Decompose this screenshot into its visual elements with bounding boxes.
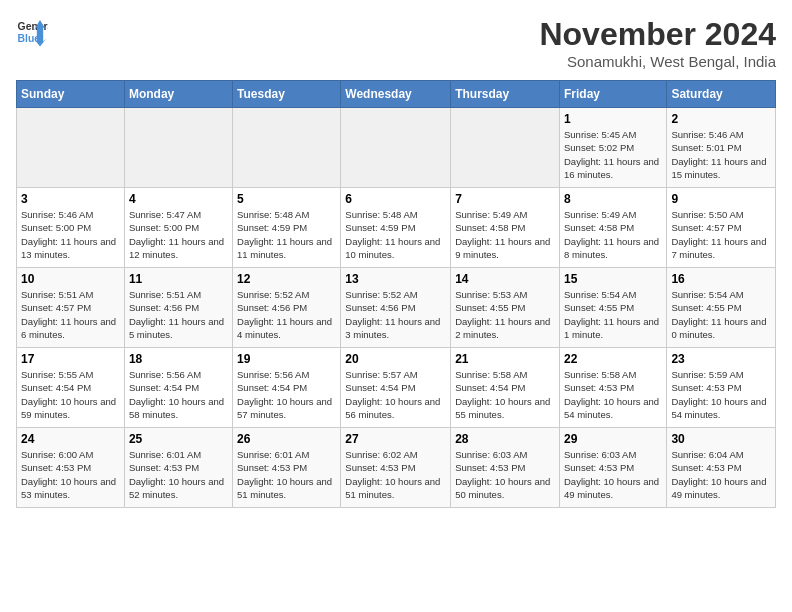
day-cell: 30Sunrise: 6:04 AMSunset: 4:53 PMDayligh… xyxy=(667,428,776,508)
month-title: November 2024 xyxy=(539,16,776,53)
header: General Blue November 2024 Sonamukhi, We… xyxy=(16,16,776,70)
day-cell: 17Sunrise: 5:55 AMSunset: 4:54 PMDayligh… xyxy=(17,348,125,428)
day-cell: 14Sunrise: 5:53 AMSunset: 4:55 PMDayligh… xyxy=(451,268,560,348)
title-area: November 2024 Sonamukhi, West Bengal, In… xyxy=(539,16,776,70)
day-number: 15 xyxy=(564,272,662,286)
day-cell xyxy=(341,108,451,188)
weekday-header-sunday: Sunday xyxy=(17,81,125,108)
location: Sonamukhi, West Bengal, India xyxy=(539,53,776,70)
weekday-header-thursday: Thursday xyxy=(451,81,560,108)
week-row-3: 10Sunrise: 5:51 AMSunset: 4:57 PMDayligh… xyxy=(17,268,776,348)
day-cell: 21Sunrise: 5:58 AMSunset: 4:54 PMDayligh… xyxy=(451,348,560,428)
day-info: Sunrise: 5:46 AMSunset: 5:01 PMDaylight:… xyxy=(671,128,771,181)
weekday-header-wednesday: Wednesday xyxy=(341,81,451,108)
week-row-2: 3Sunrise: 5:46 AMSunset: 5:00 PMDaylight… xyxy=(17,188,776,268)
day-number: 17 xyxy=(21,352,120,366)
day-info: Sunrise: 5:55 AMSunset: 4:54 PMDaylight:… xyxy=(21,368,120,421)
day-cell: 16Sunrise: 5:54 AMSunset: 4:55 PMDayligh… xyxy=(667,268,776,348)
day-cell xyxy=(233,108,341,188)
day-number: 6 xyxy=(345,192,446,206)
logo: General Blue xyxy=(16,16,48,48)
day-cell: 24Sunrise: 6:00 AMSunset: 4:53 PMDayligh… xyxy=(17,428,125,508)
day-number: 23 xyxy=(671,352,771,366)
day-cell: 13Sunrise: 5:52 AMSunset: 4:56 PMDayligh… xyxy=(341,268,451,348)
day-cell: 25Sunrise: 6:01 AMSunset: 4:53 PMDayligh… xyxy=(124,428,232,508)
day-number: 22 xyxy=(564,352,662,366)
day-info: Sunrise: 5:54 AMSunset: 4:55 PMDaylight:… xyxy=(564,288,662,341)
day-info: Sunrise: 6:03 AMSunset: 4:53 PMDaylight:… xyxy=(564,448,662,501)
day-info: Sunrise: 5:47 AMSunset: 5:00 PMDaylight:… xyxy=(129,208,228,261)
day-info: Sunrise: 5:52 AMSunset: 4:56 PMDaylight:… xyxy=(345,288,446,341)
day-number: 18 xyxy=(129,352,228,366)
day-cell: 5Sunrise: 5:48 AMSunset: 4:59 PMDaylight… xyxy=(233,188,341,268)
day-cell: 4Sunrise: 5:47 AMSunset: 5:00 PMDaylight… xyxy=(124,188,232,268)
day-info: Sunrise: 5:53 AMSunset: 4:55 PMDaylight:… xyxy=(455,288,555,341)
day-cell: 19Sunrise: 5:56 AMSunset: 4:54 PMDayligh… xyxy=(233,348,341,428)
day-number: 13 xyxy=(345,272,446,286)
day-cell: 15Sunrise: 5:54 AMSunset: 4:55 PMDayligh… xyxy=(559,268,666,348)
day-info: Sunrise: 5:48 AMSunset: 4:59 PMDaylight:… xyxy=(237,208,336,261)
weekday-header-monday: Monday xyxy=(124,81,232,108)
day-info: Sunrise: 6:04 AMSunset: 4:53 PMDaylight:… xyxy=(671,448,771,501)
day-info: Sunrise: 5:54 AMSunset: 4:55 PMDaylight:… xyxy=(671,288,771,341)
day-info: Sunrise: 5:56 AMSunset: 4:54 PMDaylight:… xyxy=(129,368,228,421)
day-cell xyxy=(17,108,125,188)
day-cell: 26Sunrise: 6:01 AMSunset: 4:53 PMDayligh… xyxy=(233,428,341,508)
day-cell xyxy=(451,108,560,188)
week-row-1: 1Sunrise: 5:45 AMSunset: 5:02 PMDaylight… xyxy=(17,108,776,188)
day-info: Sunrise: 5:49 AMSunset: 4:58 PMDaylight:… xyxy=(455,208,555,261)
day-number: 2 xyxy=(671,112,771,126)
day-number: 5 xyxy=(237,192,336,206)
day-cell: 22Sunrise: 5:58 AMSunset: 4:53 PMDayligh… xyxy=(559,348,666,428)
day-info: Sunrise: 5:58 AMSunset: 4:54 PMDaylight:… xyxy=(455,368,555,421)
day-info: Sunrise: 5:48 AMSunset: 4:59 PMDaylight:… xyxy=(345,208,446,261)
weekday-header-friday: Friday xyxy=(559,81,666,108)
day-cell: 10Sunrise: 5:51 AMSunset: 4:57 PMDayligh… xyxy=(17,268,125,348)
day-cell: 8Sunrise: 5:49 AMSunset: 4:58 PMDaylight… xyxy=(559,188,666,268)
day-number: 27 xyxy=(345,432,446,446)
day-number: 16 xyxy=(671,272,771,286)
day-info: Sunrise: 5:49 AMSunset: 4:58 PMDaylight:… xyxy=(564,208,662,261)
day-info: Sunrise: 5:50 AMSunset: 4:57 PMDaylight:… xyxy=(671,208,771,261)
week-row-4: 17Sunrise: 5:55 AMSunset: 4:54 PMDayligh… xyxy=(17,348,776,428)
day-cell: 23Sunrise: 5:59 AMSunset: 4:53 PMDayligh… xyxy=(667,348,776,428)
day-number: 4 xyxy=(129,192,228,206)
day-number: 21 xyxy=(455,352,555,366)
day-info: Sunrise: 5:45 AMSunset: 5:02 PMDaylight:… xyxy=(564,128,662,181)
day-info: Sunrise: 6:00 AMSunset: 4:53 PMDaylight:… xyxy=(21,448,120,501)
day-number: 10 xyxy=(21,272,120,286)
day-number: 12 xyxy=(237,272,336,286)
day-cell: 6Sunrise: 5:48 AMSunset: 4:59 PMDaylight… xyxy=(341,188,451,268)
header-row: SundayMondayTuesdayWednesdayThursdayFrid… xyxy=(17,81,776,108)
day-info: Sunrise: 6:03 AMSunset: 4:53 PMDaylight:… xyxy=(455,448,555,501)
day-info: Sunrise: 5:56 AMSunset: 4:54 PMDaylight:… xyxy=(237,368,336,421)
day-cell: 11Sunrise: 5:51 AMSunset: 4:56 PMDayligh… xyxy=(124,268,232,348)
day-info: Sunrise: 6:01 AMSunset: 4:53 PMDaylight:… xyxy=(129,448,228,501)
day-number: 20 xyxy=(345,352,446,366)
day-number: 3 xyxy=(21,192,120,206)
day-cell: 3Sunrise: 5:46 AMSunset: 5:00 PMDaylight… xyxy=(17,188,125,268)
week-row-5: 24Sunrise: 6:00 AMSunset: 4:53 PMDayligh… xyxy=(17,428,776,508)
day-number: 14 xyxy=(455,272,555,286)
day-info: Sunrise: 5:57 AMSunset: 4:54 PMDaylight:… xyxy=(345,368,446,421)
day-number: 24 xyxy=(21,432,120,446)
day-cell: 9Sunrise: 5:50 AMSunset: 4:57 PMDaylight… xyxy=(667,188,776,268)
day-cell: 2Sunrise: 5:46 AMSunset: 5:01 PMDaylight… xyxy=(667,108,776,188)
day-info: Sunrise: 5:51 AMSunset: 4:57 PMDaylight:… xyxy=(21,288,120,341)
day-cell: 28Sunrise: 6:03 AMSunset: 4:53 PMDayligh… xyxy=(451,428,560,508)
day-number: 1 xyxy=(564,112,662,126)
day-number: 11 xyxy=(129,272,228,286)
day-info: Sunrise: 5:58 AMSunset: 4:53 PMDaylight:… xyxy=(564,368,662,421)
day-info: Sunrise: 6:01 AMSunset: 4:53 PMDaylight:… xyxy=(237,448,336,501)
day-cell: 7Sunrise: 5:49 AMSunset: 4:58 PMDaylight… xyxy=(451,188,560,268)
day-info: Sunrise: 6:02 AMSunset: 4:53 PMDaylight:… xyxy=(345,448,446,501)
day-cell: 27Sunrise: 6:02 AMSunset: 4:53 PMDayligh… xyxy=(341,428,451,508)
day-number: 7 xyxy=(455,192,555,206)
day-info: Sunrise: 5:51 AMSunset: 4:56 PMDaylight:… xyxy=(129,288,228,341)
day-number: 26 xyxy=(237,432,336,446)
weekday-header-tuesday: Tuesday xyxy=(233,81,341,108)
day-info: Sunrise: 5:59 AMSunset: 4:53 PMDaylight:… xyxy=(671,368,771,421)
calendar-table: SundayMondayTuesdayWednesdayThursdayFrid… xyxy=(16,80,776,508)
day-cell: 29Sunrise: 6:03 AMSunset: 4:53 PMDayligh… xyxy=(559,428,666,508)
logo-icon: General Blue xyxy=(16,16,48,48)
